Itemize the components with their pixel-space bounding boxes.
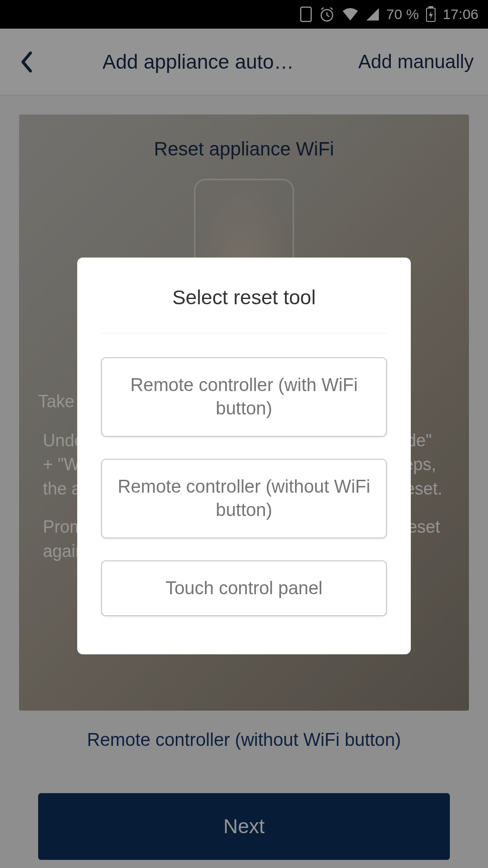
option-remote-without-wifi[interactable]: Remote controller (without WiFi button) [101, 459, 387, 538]
select-reset-tool-modal: Select reset tool Remote controller (wit… [77, 258, 411, 654]
modal-options: Remote controller (with WiFi button) Rem… [101, 357, 387, 616]
option-touch-panel[interactable]: Touch control panel [101, 560, 387, 616]
option-remote-with-wifi[interactable]: Remote controller (with WiFi button) [101, 357, 387, 437]
modal-title: Select reset tool [101, 286, 387, 333]
